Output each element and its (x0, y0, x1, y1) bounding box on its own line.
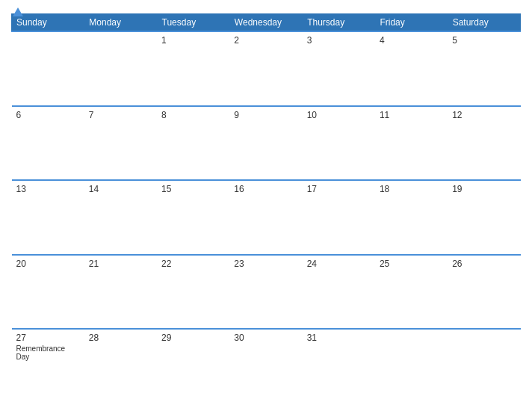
calendar-day-cell: 14 (84, 180, 157, 255)
calendar-day-cell: 18 (375, 180, 448, 255)
calendar-day-cell: 28 (84, 329, 157, 404)
calendar-day-cell: 30 (229, 329, 302, 404)
calendar-day-cell: 13 (12, 180, 84, 255)
day-number: 18 (380, 184, 443, 194)
day-number: 3 (307, 35, 371, 46)
calendar-day-cell: 17 (303, 180, 375, 255)
calendar-day-cell (12, 31, 84, 106)
calendar-week-row: 6789101112 (12, 106, 521, 181)
logo-blue-text (11, 7, 23, 16)
calendar-day-cell: 15 (157, 180, 229, 255)
day-number: 16 (234, 184, 297, 194)
holiday-label: Remembrance Day (16, 344, 80, 361)
calendar-day-cell: 5 (448, 31, 520, 106)
day-number: 25 (380, 259, 443, 269)
calendar-day-cell: 6 (12, 106, 84, 181)
calendar-day-cell: 27Remembrance Day (12, 329, 84, 404)
calendar-table: SundayMondayTuesdayWednesdayThursdayFrid… (11, 13, 521, 404)
day-number: 10 (307, 110, 371, 120)
calendar-day-cell: 9 (229, 106, 302, 181)
calendar-day-cell: 10 (303, 106, 375, 181)
day-number: 21 (89, 259, 152, 269)
day-number: 22 (161, 259, 225, 269)
logo (11, 7, 23, 16)
calendar-day-cell: 21 (84, 255, 157, 330)
calendar-day-cell: 11 (375, 106, 448, 181)
day-number: 5 (452, 35, 516, 46)
calendar-day-cell: 3 (303, 31, 375, 106)
day-number: 26 (452, 259, 516, 269)
calendar-container: SundayMondayTuesdayWednesdayThursdayFrid… (0, 0, 532, 411)
day-number: 23 (234, 259, 297, 269)
weekday-header: Saturday (448, 14, 520, 32)
calendar-day-cell: 29 (157, 329, 229, 404)
day-number: 30 (234, 333, 297, 343)
day-number: 27 (16, 333, 80, 343)
day-number: 20 (16, 259, 80, 269)
calendar-day-cell: 7 (84, 106, 157, 181)
day-number: 19 (452, 184, 516, 194)
calendar-day-cell (448, 329, 520, 404)
day-number: 7 (89, 110, 152, 120)
calendar-day-cell (84, 31, 157, 106)
calendar-day-cell: 22 (157, 255, 229, 330)
calendar-day-cell: 20 (12, 255, 84, 330)
weekday-header-row: SundayMondayTuesdayWednesdayThursdayFrid… (12, 14, 521, 32)
calendar-day-cell: 19 (448, 180, 520, 255)
day-number: 2 (234, 35, 297, 46)
day-number: 8 (161, 110, 225, 120)
calendar-header-row: SundayMondayTuesdayWednesdayThursdayFrid… (12, 14, 521, 32)
day-number: 14 (89, 184, 152, 194)
calendar-week-row: 12345 (12, 31, 521, 106)
calendar-week-row: 20212223242526 (12, 255, 521, 330)
day-number: 31 (307, 333, 371, 343)
calendar-day-cell: 8 (157, 106, 229, 181)
calendar-day-cell: 1 (157, 31, 229, 106)
day-number: 9 (234, 110, 297, 120)
calendar-week-row: 13141516171819 (12, 180, 521, 255)
day-number: 17 (307, 184, 371, 194)
day-number: 29 (161, 333, 225, 343)
calendar-day-cell: 4 (375, 31, 448, 106)
day-number: 1 (161, 35, 225, 46)
day-number: 12 (452, 110, 516, 120)
day-number: 13 (16, 184, 80, 194)
day-number: 28 (89, 333, 152, 343)
day-number: 24 (307, 259, 371, 269)
calendar-day-cell (375, 329, 448, 404)
calendar-day-cell: 23 (229, 255, 302, 330)
weekday-header: Thursday (303, 14, 375, 32)
day-number: 11 (380, 110, 443, 120)
calendar-week-row: 27Remembrance Day28293031 (12, 329, 521, 404)
day-number: 15 (161, 184, 225, 194)
calendar-body: 1234567891011121314151617181920212223242… (12, 31, 521, 404)
weekday-header: Friday (375, 14, 448, 32)
calendar-day-cell: 24 (303, 255, 375, 330)
calendar-day-cell: 25 (375, 255, 448, 330)
day-number: 6 (16, 110, 80, 120)
calendar-day-cell: 2 (229, 31, 302, 106)
calendar-day-cell: 12 (448, 106, 520, 181)
logo-triangle-icon (13, 7, 23, 16)
calendar-day-cell: 16 (229, 180, 302, 255)
calendar-day-cell: 26 (448, 255, 520, 330)
weekday-header: Tuesday (157, 14, 229, 32)
weekday-header: Wednesday (229, 14, 302, 32)
day-number: 4 (380, 35, 443, 46)
weekday-header: Sunday (12, 14, 84, 32)
weekday-header: Monday (84, 14, 157, 32)
calendar-day-cell: 31 (303, 329, 375, 404)
